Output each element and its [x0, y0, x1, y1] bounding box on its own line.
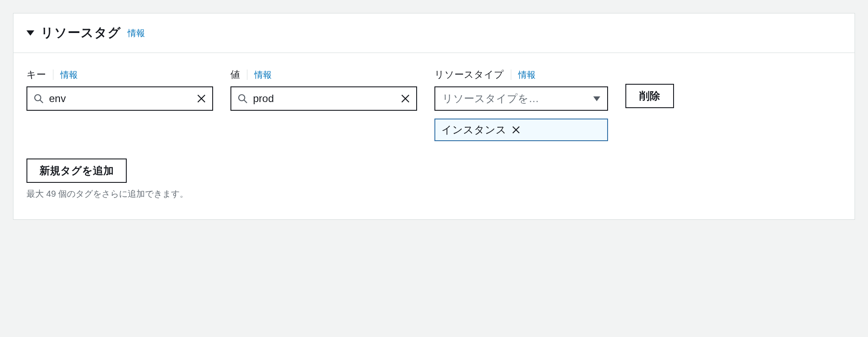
panel-header: リソースタグ 情報 [13, 13, 855, 53]
resource-type-field-group: リソースタイプ 情報 リソースタイプを… インスタンス [434, 68, 608, 141]
key-field-group: キー 情報 [26, 68, 213, 111]
panel-title: リソースタグ [41, 24, 121, 42]
search-icon [33, 93, 44, 104]
value-input-container [230, 86, 417, 111]
resource-type-label-row: リソースタイプ 情報 [434, 68, 608, 81]
svg-point-4 [239, 95, 245, 101]
value-input[interactable] [253, 93, 401, 105]
resource-type-token: インスタンス [434, 119, 608, 141]
label-divider [247, 69, 247, 80]
label-divider [53, 69, 53, 80]
key-clear-icon[interactable] [197, 94, 206, 103]
svg-line-5 [244, 100, 247, 103]
resource-tags-panel: リソースタグ 情報 キー 情報 [13, 13, 855, 220]
collapse-toggle-icon[interactable] [26, 30, 34, 36]
key-input[interactable] [49, 93, 197, 105]
key-label-row: キー 情報 [26, 68, 213, 81]
value-clear-icon[interactable] [401, 94, 410, 103]
token-label: インスタンス [441, 123, 506, 137]
tag-row: キー 情報 [26, 68, 842, 141]
panel-body: キー 情報 [13, 53, 855, 219]
delete-field-group: 削除 [625, 68, 674, 108]
token-remove-icon[interactable] [512, 126, 520, 134]
value-label-row: 値 情報 [230, 68, 417, 81]
value-label: 値 [230, 68, 240, 81]
resource-type-select[interactable]: リソースタイプを… [434, 86, 608, 111]
key-info-link[interactable]: 情報 [60, 69, 78, 81]
delete-button[interactable]: 削除 [625, 84, 674, 108]
resource-type-info-link[interactable]: 情報 [518, 69, 536, 81]
add-tag-button[interactable]: 新規タグを追加 [26, 159, 127, 183]
panel-info-link[interactable]: 情報 [128, 27, 145, 39]
key-label: キー [26, 68, 46, 81]
key-input-container [26, 86, 213, 111]
svg-point-0 [35, 95, 41, 101]
resource-type-placeholder: リソースタイプを… [442, 92, 539, 106]
search-icon [237, 93, 248, 104]
resource-type-label: リソースタイプ [434, 68, 504, 81]
value-field-group: 値 情報 [230, 68, 417, 111]
chevron-down-icon [593, 96, 600, 101]
svg-line-1 [40, 100, 43, 103]
tag-limit-hint: 最大 49 個のタグをさらに追加できます。 [26, 188, 842, 200]
label-divider [511, 69, 511, 80]
value-info-link[interactable]: 情報 [254, 69, 272, 81]
